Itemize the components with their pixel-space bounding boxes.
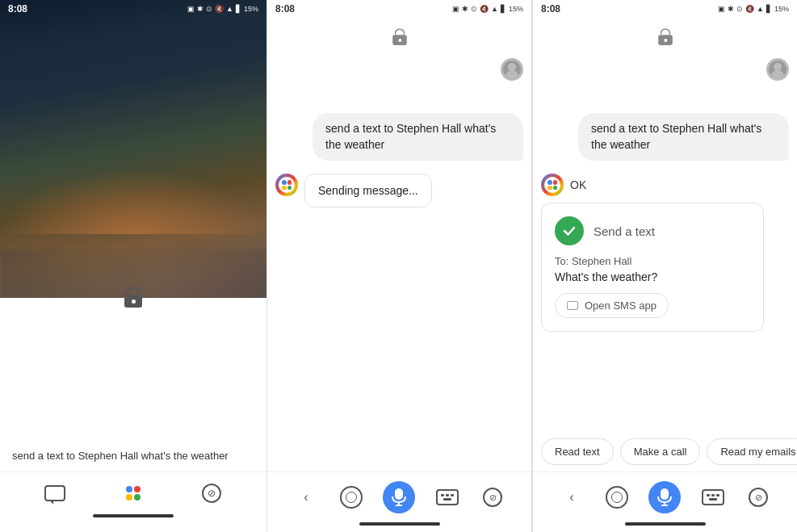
lock-shackle xyxy=(127,287,140,295)
mic-icon-2 xyxy=(392,488,406,506)
panel1-bottom: send a text to Stephen Hall what's the w… xyxy=(0,298,266,532)
checkmark-icon-3 xyxy=(555,216,584,245)
bottom-toolbar-1: ⊘ xyxy=(0,471,266,532)
notification-icon-2: ▣ xyxy=(452,5,459,13)
battery-percent: 15% xyxy=(244,5,258,13)
nav-toolbar-row-3: ‹ xyxy=(533,472,797,522)
compass-btn-3[interactable]: ⊘ xyxy=(745,484,771,510)
location-icon-3: ⊙ xyxy=(736,5,743,13)
compass-icon-1: ⊘ xyxy=(202,484,221,503)
sms-card-title-3: Send a text xyxy=(594,224,655,238)
notification-icon-3: ▣ xyxy=(718,5,725,13)
home-indicator-3 xyxy=(625,522,706,526)
dot-yellow xyxy=(126,494,132,501)
user-bubble-2: send a text to Stephen Hall what's the w… xyxy=(313,113,523,161)
status-icons-2: ▣ ✱ ⊙ 🔇 ▲ ▋ 15% xyxy=(452,5,523,13)
assistant-panel-2: 8:08 ▣ ✱ ⊙ 🔇 ▲ ▋ 15% xyxy=(267,0,532,532)
make-call-btn[interactable]: Make a call xyxy=(620,438,701,465)
time-1: 8:08 xyxy=(8,3,27,15)
home-indicator-1 xyxy=(93,514,174,517)
back-arrow-icon-3: ‹ xyxy=(569,490,573,505)
time-3: 8:08 xyxy=(541,3,560,15)
location-icon-2: ⊙ xyxy=(471,5,477,13)
assistant-row-3: OK xyxy=(541,174,789,196)
status-bar-3: 8:08 ▣ ✱ ⊙ 🔇 ▲ ▋ 15% xyxy=(533,0,797,18)
keyboard-icon-3 xyxy=(702,489,724,505)
scan-icon-3 xyxy=(606,486,628,509)
compass-icon-2: ⊘ xyxy=(483,488,502,507)
battery-icon-3: ▋ xyxy=(766,5,772,13)
bluetooth-icon-2: ✱ xyxy=(462,5,468,13)
keyboard-icon-2 xyxy=(436,489,459,505)
wifi-icon-2: ▲ xyxy=(491,5,498,13)
compass-btn-1[interactable]: ⊘ xyxy=(199,480,224,506)
assistant-panel-3: 8:08 ▣ ✱ ⊙ 🔇 ▲ ▋ 15% xyxy=(533,0,797,532)
nav-bar-2: ‹ xyxy=(267,471,531,532)
bluetooth-icon-3: ✱ xyxy=(728,5,734,13)
lock-icon-1 xyxy=(122,287,145,312)
sms-btn-icon-3 xyxy=(567,301,578,310)
keyboard-btn-2[interactable] xyxy=(434,484,460,510)
google-dots-1 xyxy=(126,486,141,501)
read-text-btn[interactable]: Read text xyxy=(541,438,614,465)
bluetooth-icon: ✱ xyxy=(197,5,203,13)
user-avatar-2 xyxy=(501,58,523,81)
svg-rect-3 xyxy=(661,488,669,500)
assistant-response-2: Sending message... xyxy=(304,174,432,207)
battery-icon-2: ▋ xyxy=(501,5,506,13)
assistant-row-2: Sending message... xyxy=(275,174,523,207)
sms-message-3: What's the weather? xyxy=(555,270,750,283)
sms-to-3: To: Stephen Hall xyxy=(555,255,750,267)
lock-body xyxy=(124,295,142,308)
back-btn-2[interactable]: ‹ xyxy=(293,484,319,510)
phone-panel-1: 8:08 ▣ ✱ ⊙ 🔇 ▲ ▋ 15% send a text to Step… xyxy=(0,0,266,532)
user-bubble-3: send a text to Stephen Hall what's the w… xyxy=(578,113,789,161)
mute-icon-2: 🔇 xyxy=(480,5,489,13)
sms-card-header-3: Send a text xyxy=(555,216,750,245)
scan-btn-2[interactable] xyxy=(338,484,364,510)
user-msg-2: send a text to Stephen Hall what's the w… xyxy=(275,58,523,161)
battery-percent-3: 15% xyxy=(774,5,789,13)
dot-red xyxy=(134,486,141,492)
google-assistant-btn-1[interactable] xyxy=(120,480,146,506)
keyboard-btn-3[interactable] xyxy=(700,484,726,510)
assistant-icon-2 xyxy=(275,174,298,196)
back-arrow-icon-2: ‹ xyxy=(304,490,308,505)
nav-toolbar-row-2: ‹ xyxy=(267,472,531,522)
back-btn-3[interactable]: ‹ xyxy=(559,484,585,510)
ok-text-3: OK xyxy=(570,178,586,191)
status-icons-3: ▣ ✱ ⊙ 🔇 ▲ ▋ 15% xyxy=(718,5,789,13)
assistant-content-3: send a text to Stephen Hall what's the w… xyxy=(533,18,797,532)
assistant-icon-3 xyxy=(541,174,564,196)
status-bar-1: 8:08 ▣ ✱ ⊙ 🔇 ▲ ▋ 15% xyxy=(0,0,266,18)
home-indicator-2 xyxy=(359,522,440,526)
sms-card-3: Send a text To: Stephen Hall What's the … xyxy=(541,203,764,332)
voice-text-1: send a text to Stephen Hall what's the w… xyxy=(12,450,254,462)
open-sms-label-3: Open SMS app xyxy=(585,300,656,312)
mic-icon-3 xyxy=(657,488,672,506)
battery-icon: ▋ xyxy=(236,5,241,13)
read-emails-btn[interactable]: Read my emails xyxy=(707,438,797,465)
status-icons-1: ▣ ✱ ⊙ 🔇 ▲ ▋ 15% xyxy=(187,5,258,13)
action-buttons-bar-3: Read text Make a call Read my emails xyxy=(533,432,797,471)
mute-icon-3: 🔇 xyxy=(745,5,754,13)
user-msg-3: send a text to Stephen Hall what's the w… xyxy=(541,58,789,161)
bottom-text-1: send a text to Stephen Hall what's the w… xyxy=(0,440,266,471)
scan-btn-3[interactable] xyxy=(604,484,630,510)
user-avatar-3 xyxy=(766,58,789,81)
mute-icon: 🔇 xyxy=(215,5,224,13)
lock-icon-3 xyxy=(656,28,673,49)
battery-percent-2: 15% xyxy=(509,5,523,13)
notification-icon: ▣ xyxy=(187,5,195,13)
status-bar-2: 8:08 ▣ ✱ ⊙ 🔇 ▲ ▋ 15% xyxy=(267,0,531,18)
open-sms-btn-3[interactable]: Open SMS app xyxy=(555,293,669,318)
horizon-glow xyxy=(0,170,266,234)
mic-btn-2[interactable] xyxy=(383,481,415,513)
mic-btn-3[interactable] xyxy=(648,481,681,513)
message-icon-1 xyxy=(44,485,65,501)
lock-icon-2 xyxy=(390,28,408,49)
svg-rect-0 xyxy=(395,488,403,500)
message-icon-btn-1[interactable] xyxy=(42,480,68,506)
top-lock-3 xyxy=(541,26,789,52)
compass-btn-2[interactable]: ⊘ xyxy=(480,484,505,510)
